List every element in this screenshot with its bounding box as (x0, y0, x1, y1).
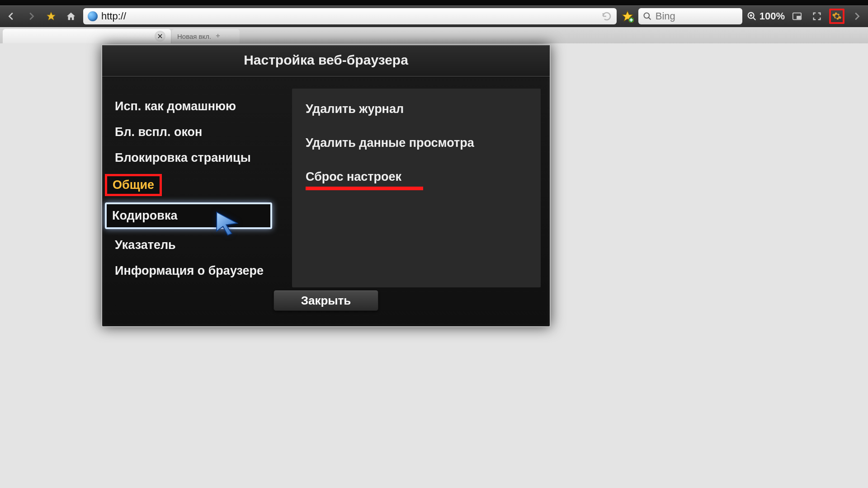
search-icon (643, 12, 652, 21)
modal-title: Настройка веб-браузера (102, 45, 550, 77)
expand-icon[interactable] (809, 9, 825, 24)
menu-item-general[interactable]: Общие (105, 174, 162, 196)
menu-item-about[interactable]: Информация о браузере (111, 261, 283, 281)
zoom-value: 100% (760, 10, 785, 22)
back-icon[interactable] (4, 9, 19, 24)
menu-item-page-block[interactable]: Блокировка страницы (111, 148, 283, 168)
tab-add-icon[interactable] (215, 33, 221, 40)
search-bar[interactable]: Bing (638, 8, 742, 24)
option-delete-browsing-data[interactable]: Удалить данные просмотра (306, 136, 527, 150)
refresh-icon[interactable] (601, 11, 612, 22)
tab-new[interactable]: Новая вкл. (172, 29, 240, 43)
svg-rect-6 (797, 16, 800, 19)
option-delete-history[interactable]: Удалить журнал (306, 102, 527, 116)
settings-right-panel: Удалить журнал Удалить данные просмотра … (292, 89, 541, 287)
menu-item-encoding[interactable]: Кодировка (105, 202, 272, 229)
tab-active[interactable] (3, 29, 171, 43)
settings-left-menu: Исп. как домашнюю Бл. вспл. окон Блокиро… (111, 89, 283, 287)
tab-new-label: Новая вкл. (177, 33, 211, 40)
screen: http:// Bing 100% (0, 0, 868, 488)
reset-settings-underline (306, 187, 423, 190)
overflow-chevron-icon[interactable] (849, 9, 864, 24)
zoom-control[interactable]: 100% (747, 10, 785, 22)
tab-close-icon[interactable] (155, 31, 165, 42)
browser-settings-modal: Настройка веб-браузера Исп. как домашнюю… (101, 44, 551, 327)
add-favorite-icon[interactable] (621, 10, 634, 23)
bookmark-star-icon[interactable] (43, 9, 59, 24)
home-icon[interactable] (63, 9, 79, 24)
settings-gear-icon[interactable] (829, 9, 844, 24)
globe-icon (88, 11, 98, 21)
menu-item-pointer[interactable]: Указатель (111, 235, 283, 255)
close-button[interactable]: Закрыть (274, 290, 378, 311)
svg-point-3 (644, 13, 649, 19)
modal-body: Исп. как домашнюю Бл. вспл. окон Блокиро… (102, 77, 550, 292)
menu-item-set-homepage[interactable]: Исп. как домашнюю (111, 97, 283, 116)
zoom-icon (747, 11, 757, 21)
svg-marker-0 (47, 12, 55, 20)
tab-strip: Новая вкл. (0, 27, 868, 43)
forward-icon[interactable] (24, 9, 39, 24)
browser-toolbar: http:// Bing 100% (0, 5, 868, 27)
url-text: http:// (101, 10, 598, 22)
modal-footer: Закрыть (102, 290, 550, 326)
option-reset-settings[interactable]: Сброс настроек (306, 170, 527, 184)
search-placeholder: Bing (656, 10, 675, 22)
menu-item-popup-block[interactable]: Бл. вспл. окон (111, 122, 283, 142)
url-bar[interactable]: http:// (83, 8, 617, 24)
pip-icon[interactable] (789, 9, 805, 24)
